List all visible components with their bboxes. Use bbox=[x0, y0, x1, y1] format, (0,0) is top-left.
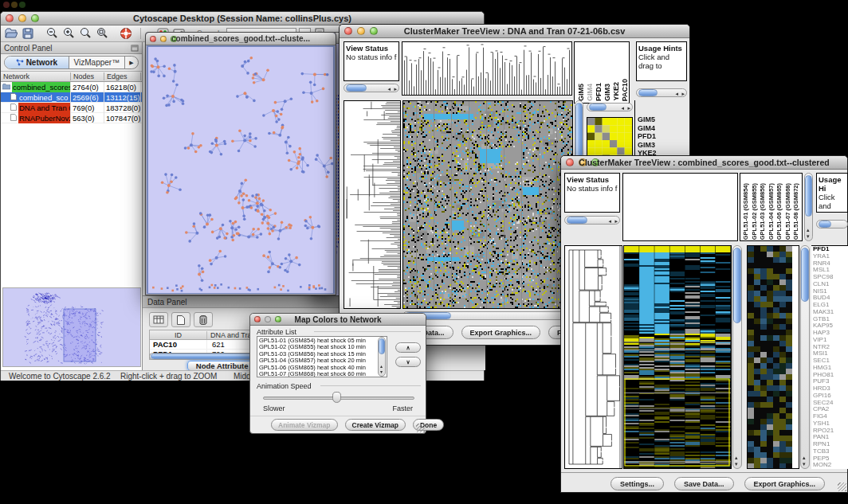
scroll-up-icon[interactable]: ▴ bbox=[380, 364, 383, 369]
tv2-status-scrollbar[interactable]: ◂ ▸ bbox=[564, 216, 620, 225]
column-label[interactable]: GIM5 bbox=[577, 84, 586, 101]
scrollbar-thumb[interactable] bbox=[819, 221, 831, 228]
column-label[interactable]: YKE2 bbox=[612, 82, 621, 101]
zoom-fit-icon[interactable] bbox=[78, 27, 92, 41]
tv2-action-button[interactable]: Save Data... bbox=[674, 477, 734, 490]
scroll-up-icon[interactable]: ▴ bbox=[735, 455, 738, 460]
scrollbar-thumb[interactable] bbox=[801, 248, 809, 302]
scroll-left-icon[interactable]: ◂ bbox=[387, 86, 391, 92]
scroll-up-icon[interactable]: ▴ bbox=[807, 227, 810, 232]
slider-thumb[interactable] bbox=[332, 392, 341, 403]
treeview2-titlebar[interactable]: ClusterMaker TreeView : combined_scores_… bbox=[561, 156, 847, 170]
tv2-heatmap[interactable] bbox=[624, 246, 731, 468]
tab-more-button[interactable]: ▶ bbox=[125, 57, 138, 68]
tv1-status-scrollbar[interactable]: ◂ ▸ bbox=[344, 84, 399, 92]
zoom-selected-icon[interactable] bbox=[95, 27, 109, 41]
dialog-button[interactable]: Animate Vizmap bbox=[271, 419, 338, 431]
column-label[interactable]: PFD1 bbox=[595, 83, 603, 101]
column-label[interactable]: GPL51-03 (GSM856) bbox=[759, 183, 768, 240]
tv2-zoom-heatmap[interactable] bbox=[748, 246, 799, 468]
move-attribute-up-button[interactable]: ∧ bbox=[395, 342, 421, 353]
scroll-right-icon[interactable]: ▸ bbox=[681, 91, 685, 96]
scrollbar-thumb[interactable] bbox=[346, 84, 367, 92]
zoom-out-icon[interactable] bbox=[45, 27, 59, 41]
matrix-gene-label[interactable]: PFD1 bbox=[638, 132, 660, 141]
scrollbar-thumb[interactable] bbox=[589, 104, 607, 111]
tv2-collabels-vscrollbar[interactable]: ▴ ▾ bbox=[804, 173, 813, 241]
dialog-button[interactable]: Create Vizmap bbox=[345, 419, 406, 431]
attribute-list-vscrollbar[interactable]: ▴ ▾ bbox=[378, 337, 386, 377]
tv2-hints-scrollbar[interactable] bbox=[816, 220, 848, 229]
gene-label[interactable]: MON2 bbox=[813, 462, 848, 469]
zoom-in-icon[interactable] bbox=[61, 27, 76, 41]
matrix-gene-label[interactable]: GIM4 bbox=[638, 124, 660, 133]
column-label[interactable]: GIM3 bbox=[603, 84, 612, 101]
scrollbar-thumb[interactable] bbox=[805, 175, 812, 217]
scrollbar-thumb[interactable] bbox=[575, 103, 583, 158]
scroll-right-icon[interactable]: ▸ bbox=[627, 105, 630, 111]
new-attribute-icon[interactable] bbox=[171, 312, 190, 327]
resize-grip[interactable] bbox=[416, 424, 425, 432]
float-panel-icon[interactable] bbox=[131, 41, 139, 55]
tv2-column-dendrogram[interactable] bbox=[622, 173, 738, 241]
tv1-row-dendrogram[interactable] bbox=[344, 101, 400, 308]
tv1-column-dendrogram[interactable] bbox=[402, 42, 571, 95]
birdseye-overview[interactable] bbox=[2, 287, 141, 367]
network-table-row[interactable]: combined_scores 2764(0) 16218(0) bbox=[1, 82, 142, 92]
table-mode-icon[interactable] bbox=[149, 312, 168, 327]
tv2-row-dendrogram[interactable] bbox=[565, 246, 622, 468]
scroll-left-icon[interactable]: ◂ bbox=[621, 105, 624, 111]
column-label[interactable]: PAC10 bbox=[621, 79, 630, 101]
scroll-down-icon[interactable]: ▾ bbox=[380, 369, 383, 375]
network-table-row[interactable]: RNAPuberNov2+ 563(0) 107847(0) bbox=[1, 113, 142, 123]
tv2-heatmap-vscrollbar[interactable]: ▴ ▾ bbox=[732, 245, 742, 469]
tv2-action-button[interactable]: Export Graphics... bbox=[744, 477, 826, 490]
save-icon[interactable] bbox=[21, 27, 35, 41]
delete-attribute-icon[interactable] bbox=[194, 312, 213, 327]
scrollbar-thumb[interactable] bbox=[733, 248, 741, 323]
resize-grip[interactable] bbox=[838, 483, 846, 491]
network-table-row[interactable]: combined_sco 2569(6) 13112(15) bbox=[1, 92, 142, 103]
column-label[interactable]: GPL51-06 (GSM865) bbox=[775, 183, 784, 240]
tab-network[interactable]: Network bbox=[5, 57, 69, 68]
tv1-action-button[interactable]: Export Graphics... bbox=[461, 326, 541, 339]
column-label[interactable]: GPL51-04 (GSM857) bbox=[768, 183, 776, 240]
tv1-column-labels: GIM5GIM4PFD1GIM3YKE2PAC10 bbox=[574, 41, 630, 104]
network-table-row[interactable]: DNA and Tran 07 769(0) 183728(0) bbox=[1, 103, 142, 113]
column-label[interactable]: GPL51-01 (GSM854) bbox=[742, 183, 751, 240]
scroll-up-icon[interactable]: ▴ bbox=[803, 455, 806, 460]
scrollbar-thumb[interactable] bbox=[567, 217, 587, 224]
scroll-down-icon[interactable]: ▾ bbox=[735, 461, 738, 467]
tv1-heatmap-hscrollbar[interactable]: ◂ ▸ bbox=[402, 311, 573, 320]
help-lifering-icon[interactable] bbox=[119, 27, 133, 41]
tv1-hints-scrollbar[interactable]: ◂ ▸ bbox=[636, 88, 687, 97]
move-attribute-down-button[interactable]: ∨ bbox=[395, 357, 421, 367]
data-col-id[interactable]: ID bbox=[150, 331, 207, 339]
column-label[interactable]: GPL51-08 (GSM872) bbox=[792, 183, 801, 240]
scroll-right-icon[interactable]: ▸ bbox=[394, 86, 397, 92]
column-label[interactable]: GIM4 bbox=[586, 84, 595, 101]
scrollbar-thumb[interactable] bbox=[379, 338, 385, 354]
tv2-action-button[interactable]: Settings... bbox=[610, 477, 664, 490]
tab-vizmapper[interactable]: VizMapper™ bbox=[69, 57, 125, 68]
network-titlebar[interactable]: combined_scores_good.txt--cluste... bbox=[146, 33, 336, 45]
tv2-gene-list: PFD1YRA1RNR4MSL1SPC98CLN1NIS1BUD4ELG1MAK… bbox=[811, 245, 848, 469]
tv2-zoom-vscrollbar[interactable]: ▴ ▾ bbox=[800, 245, 810, 469]
column-label[interactable]: GPL51-07 (GSM868) bbox=[784, 183, 793, 240]
scroll-left-icon[interactable]: ◂ bbox=[675, 91, 678, 96]
matrix-gene-label[interactable]: GIM5 bbox=[638, 115, 660, 124]
column-label[interactable]: GPL51-02 (GSM855) bbox=[751, 183, 760, 240]
scroll-down-icon[interactable]: ▾ bbox=[803, 461, 806, 467]
scroll-right-icon[interactable]: ▸ bbox=[614, 218, 618, 224]
tv1-heatmap[interactable] bbox=[403, 101, 572, 308]
dialog-titlebar[interactable]: Map Colors to Network bbox=[250, 314, 426, 326]
scrollbar-thumb[interactable] bbox=[638, 89, 658, 96]
matrix-gene-label[interactable]: GIM3 bbox=[638, 141, 660, 150]
treeview1-titlebar[interactable]: ClusterMaker TreeView : DNA and Tran 07-… bbox=[340, 25, 689, 38]
network-canvas[interactable] bbox=[148, 47, 333, 293]
tv1-matrix-scrollbar[interactable]: ◂ ▸ bbox=[587, 103, 633, 111]
scroll-down-icon[interactable]: ▾ bbox=[807, 233, 810, 239]
attribute-list-item[interactable]: GPL51-07 (GSM868) heat shock 60 min bbox=[259, 371, 377, 377]
scroll-left-icon[interactable]: ◂ bbox=[608, 218, 611, 224]
open-file-icon[interactable] bbox=[4, 27, 18, 41]
